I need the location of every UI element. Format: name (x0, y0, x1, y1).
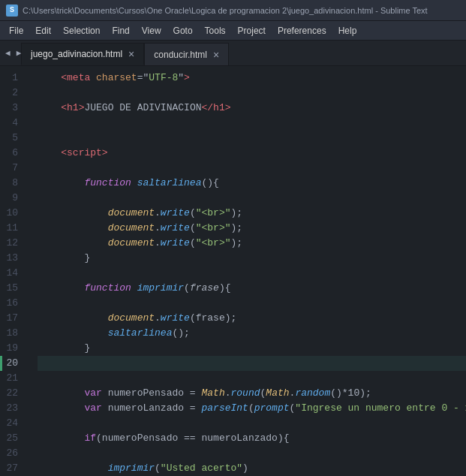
code-line-22: var numeroPensado = Math.round(Math.rand… (38, 386, 466, 401)
code-line-9 (38, 191, 466, 206)
menu-file[interactable]: File (3, 23, 29, 38)
ln-6: 6 (0, 146, 23, 161)
ln-11: 11 (0, 221, 23, 236)
code-line-7 (38, 161, 466, 176)
tab-prev-btn[interactable]: ◀ (3, 48, 13, 58)
title-bar-text: C:\Users\trick\Documents\Cursos\One Orac… (23, 6, 428, 15)
ln-16: 16 (0, 296, 23, 311)
code-line-2 (38, 86, 466, 101)
menu-edit[interactable]: Edit (29, 23, 57, 38)
ln-9: 9 (0, 191, 23, 206)
code-line-27: imprimir("Usted acerto") (38, 461, 466, 476)
app-icon: S (6, 5, 18, 17)
ln-23: 23 (0, 401, 23, 416)
title-bar: S C:\Users\trick\Documents\Cursos\One Or… (0, 0, 466, 21)
code-line-21 (38, 371, 466, 386)
code-line-3: <h1>JUEGO DE ADIVINACION</h1> (38, 101, 466, 116)
ln-27: 27 (0, 461, 23, 476)
menu-bar: File Edit Selection Find View Goto Tools… (0, 21, 466, 41)
ln-22: 22 (0, 386, 23, 401)
menu-view[interactable]: View (136, 23, 167, 38)
ln-1: 1 (0, 71, 23, 86)
tab-juego[interactable]: juego_adivinacion.html × (21, 43, 144, 65)
ln-19: 19 (0, 341, 23, 356)
tab-close-conducir[interactable]: × (213, 50, 219, 60)
menu-find[interactable]: Find (106, 23, 135, 38)
code-line-6: <script> (38, 146, 466, 161)
code-line-23: var numeroLanzado = parseInt(prompt("Ing… (38, 401, 466, 416)
ln-10: 10 (0, 206, 23, 221)
code-line-26 (38, 446, 466, 461)
code-line-18: saltarlinea(); (38, 326, 466, 341)
green-marker (0, 356, 2, 371)
code-line-12: document.write("<br>"); (38, 236, 466, 251)
ln-4: 4 (0, 116, 23, 131)
menu-help[interactable]: Help (332, 23, 363, 38)
code-line-20 (38, 356, 466, 371)
code-line-24 (38, 416, 466, 431)
ln-26: 26 (0, 446, 23, 461)
code-line-5 (38, 131, 466, 146)
line-numbers: 1 2 3 4 5 6 7 8 9 10 11 12 13 14 15 16 1… (0, 66, 29, 476)
code-line-1: <meta charset="UTF-8"> (38, 71, 466, 86)
tab-label-conducir: conducir.html (154, 50, 207, 60)
code-line-15: function imprimir(frase){ (38, 281, 466, 296)
code-line-10: document.write("<br>"); (38, 206, 466, 221)
ln-17: 17 (0, 311, 23, 326)
ln-3: 3 (0, 101, 23, 116)
menu-project[interactable]: Project (232, 23, 272, 38)
code-line-8: function saltarlinea(){ (38, 176, 466, 191)
ln-2: 2 (0, 86, 23, 101)
tab-conducir[interactable]: conducir.html × (144, 43, 229, 65)
code-line-4 (38, 116, 466, 131)
menu-preferences[interactable]: Preferences (272, 23, 332, 38)
editor: 1 2 3 4 5 6 7 8 9 10 11 12 13 14 15 16 1… (0, 66, 466, 476)
tab-label-juego: juego_adivinacion.html (31, 49, 122, 59)
ln-5: 5 (0, 131, 23, 146)
ln-14: 14 (0, 266, 23, 281)
code-area[interactable]: <meta charset="UTF-8"> <h1>JUEGO DE ADIV… (32, 66, 466, 476)
menu-selection[interactable]: Selection (57, 23, 106, 38)
ln-20: 20 (0, 356, 23, 371)
ln-21: 21 (0, 371, 23, 386)
code-line-25: if(numeroPensado == numeroLanzado){ (38, 431, 466, 446)
code-line-11: document.write("<br>"); (38, 221, 466, 236)
ln-13: 13 (0, 251, 23, 266)
code-line-14 (38, 266, 466, 281)
tab-close-juego[interactable]: × (128, 49, 134, 59)
ln-24: 24 (0, 416, 23, 431)
ln-15: 15 (0, 281, 23, 296)
menu-goto[interactable]: Goto (167, 23, 199, 38)
ln-8: 8 (0, 176, 23, 191)
code-line-16 (38, 296, 466, 311)
ln-12: 12 (0, 236, 23, 251)
tab-next-btn[interactable]: ▶ (14, 48, 24, 58)
code-line-13: } (38, 251, 466, 266)
menu-tools[interactable]: Tools (199, 23, 232, 38)
code-line-19: } (38, 341, 466, 356)
ln-25: 25 (0, 431, 23, 446)
ln-18: 18 (0, 326, 23, 341)
ln-7: 7 (0, 161, 23, 176)
code-line-17: document.write(frase); (38, 311, 466, 326)
